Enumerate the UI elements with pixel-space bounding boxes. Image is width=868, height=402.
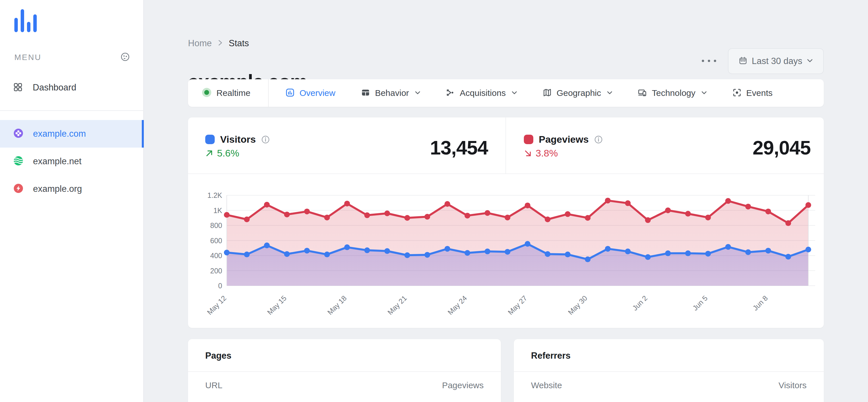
dot [702,60,704,62]
x-tick-label: Jun 8 [751,294,769,312]
sidebar-site-example-com[interactable]: example.com [0,120,144,148]
sidebar-item-dashboard[interactable]: Dashboard [0,79,144,96]
breadcrumb-home[interactable]: Home [188,38,212,49]
pageviews-point[interactable] [525,203,530,208]
panel-title: Pages [205,350,231,361]
visitors-point[interactable] [765,248,771,253]
visitors-point[interactable] [304,248,310,253]
site-label: example.com [33,129,86,139]
visitors-point[interactable] [545,251,551,257]
sidebar-menu-header: MENU [14,51,130,64]
arrow-down-right-icon [524,149,532,157]
tab-technology[interactable]: Technology [638,88,707,98]
visitors-point[interactable] [364,248,370,253]
visitors-point[interactable] [384,248,390,254]
column-pageviews: Pageviews [442,380,484,390]
pageviews-point[interactable] [645,217,651,223]
pageviews-point[interactable] [625,200,631,206]
visitors-point[interactable] [244,251,250,257]
visitors-point[interactable] [284,251,290,257]
visitors-point[interactable] [645,254,651,260]
info-icon[interactable] [594,135,603,144]
map-icon [543,88,552,98]
pageviews-point[interactable] [685,211,691,217]
x-tick-label: May 24 [446,294,468,316]
pageviews-point[interactable] [304,209,310,214]
pageviews-point[interactable] [224,212,229,218]
visitors-point[interactable] [665,250,671,256]
pages-table-header: URL Pageviews [188,372,501,399]
pageviews-point[interactable] [505,215,510,220]
date-range-button[interactable]: Last 30 days [728,48,824,74]
visitors-point[interactable] [505,249,510,255]
pageviews-point[interactable] [805,202,811,208]
pageviews-point[interactable] [425,214,430,220]
avatar-icon[interactable] [121,52,130,63]
visitors-point[interactable] [805,247,811,252]
visitors-point[interactable] [705,251,711,256]
chevron-down-icon [702,90,707,96]
pageviews-point[interactable] [785,220,791,226]
visitors-point[interactable] [324,251,330,257]
visitors-point[interactable] [264,243,270,248]
pageviews-point[interactable] [384,211,390,216]
visitors-point[interactable] [605,246,611,251]
tab-behavior[interactable]: Behavior [361,88,420,98]
pageviews-point[interactable] [244,217,250,222]
visitors-point[interactable] [445,246,451,251]
sidebar-site-example-net[interactable]: example.net [0,148,144,175]
pageviews-point[interactable] [585,215,591,221]
pageviews-point[interactable] [765,209,771,214]
pageviews-point[interactable] [705,215,711,220]
tab-realtime[interactable]: Realtime [202,88,250,98]
x-tick-label: May 18 [326,294,348,316]
pageviews-point[interactable] [324,215,330,220]
visitors-point[interactable] [725,244,731,250]
visitors-point[interactable] [485,249,490,254]
tab-geographic[interactable]: Geographic [543,88,612,98]
pageviews-point[interactable] [464,213,470,218]
pageviews-point[interactable] [745,204,751,209]
pageviews-point[interactable] [344,201,350,207]
visitors-point[interactable] [344,244,350,250]
stat-divider [505,118,506,174]
sidebar-divider [0,110,144,111]
visitors-point[interactable] [585,256,591,262]
visitors-point[interactable] [565,251,570,257]
tab-acquisitions[interactable]: Acquisitions [446,88,517,98]
visitors-point[interactable] [224,250,229,255]
tab-events[interactable]: Events [733,88,773,98]
visitors-change: 5.6% [205,148,239,159]
pageviews-point[interactable] [264,202,270,208]
visitors-point[interactable] [464,250,470,256]
visitors-point[interactable] [745,249,751,255]
pageviews-point[interactable] [665,208,671,213]
tab-label: Overview [299,88,335,98]
stat-label: Visitors [220,134,256,145]
sidebar-site-example-org[interactable]: example.org [0,175,144,203]
visitors-point[interactable] [425,252,430,257]
pageviews-point[interactable] [545,217,551,222]
pageviews-point[interactable] [565,211,570,217]
visitors-point[interactable] [685,250,691,256]
more-options-button[interactable] [697,54,721,68]
visitors-point[interactable] [404,252,410,258]
info-icon[interactable] [261,135,270,144]
pageviews-point[interactable] [284,212,290,217]
visitors-point[interactable] [625,249,631,254]
pageviews-point[interactable] [404,215,410,221]
chevron-down-icon [807,59,813,64]
overview-card: Visitors 5.6% 13,454 Pageviews [188,118,824,328]
realtime-live-dot-icon [202,88,212,98]
y-tick-label: 800 [210,221,222,229]
pageviews-point[interactable] [605,197,611,203]
pageviews-point[interactable] [725,198,731,204]
pageviews-point[interactable] [485,210,490,216]
visitors-point[interactable] [525,241,530,247]
pageviews-point[interactable] [445,201,451,207]
y-tick-label: 600 [210,237,222,245]
visitors-point[interactable] [785,254,791,259]
pages-panel: Pages URL Pageviews [188,339,501,402]
pageviews-point[interactable] [364,213,370,218]
tab-overview[interactable]: Overview [286,88,335,98]
